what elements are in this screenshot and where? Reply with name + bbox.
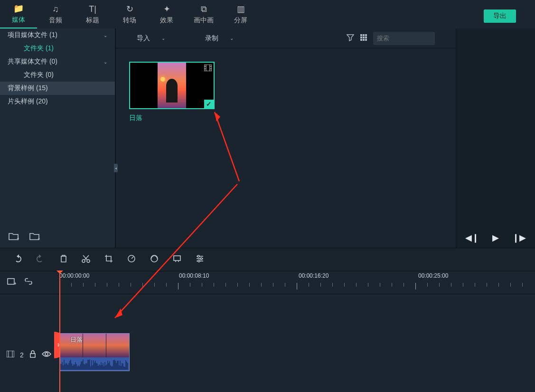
chevron-down-icon: ⌄	[103, 33, 107, 38]
grid-view-icon[interactable]	[360, 34, 367, 43]
svg-rect-13	[204, 65, 212, 71]
undo-button[interactable]	[12, 254, 22, 265]
clip-name: 日落	[129, 114, 215, 122]
svg-rect-9	[363, 39, 365, 41]
add-marker-button[interactable]: +	[7, 278, 16, 288]
svg-rect-5	[360, 37, 362, 38]
import-dropdown[interactable]: 导入 ⌄	[137, 34, 165, 43]
music-icon: ♫	[52, 4, 59, 14]
track-header: 2	[0, 294, 59, 392]
tab-label: 转场	[123, 16, 136, 25]
lock-icon[interactable]	[29, 350, 36, 359]
tab-label: 媒体	[12, 16, 25, 24]
svg-rect-4	[365, 34, 367, 36]
sidebar-item-background-samples[interactable]: 背景样例 (15)	[0, 82, 115, 95]
sidebar-label: 片头样例 (20)	[8, 97, 48, 106]
record-label: 录制	[205, 34, 218, 43]
tab-label: 音频	[49, 16, 62, 25]
split-icon: ▥	[237, 4, 245, 14]
playhead[interactable]	[59, 271, 60, 392]
filter-icon[interactable]	[347, 34, 354, 43]
play-button[interactable]: ▶	[492, 233, 499, 243]
eye-icon[interactable]	[42, 351, 51, 359]
record-dropdown[interactable]: 录制 ⌄	[205, 34, 234, 43]
cut-button[interactable]	[82, 254, 90, 265]
sidebar-item-folder-1[interactable]: 文件夹 (1)	[0, 42, 115, 55]
svg-rect-29	[174, 256, 180, 261]
delete-folder-icon[interactable]: −	[29, 232, 40, 243]
tab-label: 分屏	[234, 16, 247, 25]
clip-video-strip: 日落	[60, 334, 129, 357]
sidebar-label: 背景样例 (15)	[8, 84, 48, 93]
link-button[interactable]	[24, 278, 33, 288]
media-panel: 导入 ⌄ 录制 ⌄	[115, 28, 456, 248]
media-sidebar: 项目媒体文件 (1) ⌄ 文件夹 (1) 共享媒体文件 (0) ⌄ 文件夹 (0…	[0, 28, 115, 248]
tab-pip[interactable]: ⧉ 画中画	[185, 0, 222, 28]
sidebar-label: 项目媒体文件 (1)	[8, 31, 57, 39]
pip-icon: ⧉	[201, 4, 207, 14]
sidebar-item-intro-samples[interactable]: 片头样例 (20)	[0, 95, 115, 108]
svg-text:+: +	[14, 280, 16, 285]
film-icon	[7, 351, 14, 359]
tab-effect[interactable]: ✦ 效果	[148, 0, 185, 28]
media-grid: ✓ 日落	[116, 48, 456, 248]
sidebar-item-shared-media[interactable]: 共享媒体文件 (0) ⌄	[0, 55, 115, 68]
media-toolbar: 导入 ⌄ 录制 ⌄	[116, 28, 456, 48]
next-frame-button[interactable]: ❙▶	[512, 233, 526, 243]
svg-point-36	[200, 258, 202, 260]
new-folder-icon[interactable]: +	[9, 232, 19, 243]
settings-button[interactable]	[196, 254, 204, 265]
sidebar-item-folder-0[interactable]: 文件夹 (0)	[0, 68, 115, 82]
tab-title[interactable]: T| 标题	[74, 0, 111, 28]
media-clip[interactable]: ✓ 日落	[129, 62, 215, 122]
timeline-ruler[interactable]: 00:00:00:0000:00:08:1000:00:16:2000:00:2…	[59, 271, 535, 294]
sidebar-label: 文件夹 (0)	[24, 71, 54, 79]
svg-rect-40	[7, 351, 14, 357]
svg-rect-43	[30, 354, 35, 357]
ruler-time-label: 00:00:00:00	[59, 272, 89, 279]
preview-controls: ◀❙ ▶ ❙▶	[456, 233, 535, 243]
tab-transition[interactable]: ↻ 转场	[111, 0, 148, 28]
text-icon: T|	[89, 4, 96, 14]
film-icon	[204, 65, 212, 73]
svg-point-37	[198, 260, 200, 262]
chevron-down-icon: ⌄	[230, 36, 234, 41]
check-icon: ✓	[204, 100, 214, 108]
timeline-clip[interactable]: ✂ 日落	[59, 333, 130, 371]
track-number: 2	[20, 351, 24, 359]
svg-rect-38	[8, 279, 14, 284]
ruler-time-label: 00:00:25:00	[418, 272, 448, 279]
timeline-ruler-row: + 00:00:00:0000:00:08:1000:00:16:2000:00…	[0, 271, 535, 294]
timeline-tracks[interactable]: ✂ 日落	[59, 294, 535, 392]
top-tab-bar: 📁 媒体 ♫ 音频 T| 标题 ↻ 转场 ✦ 效果 ⧉ 画中画 ▥ 分屏 导出	[0, 0, 535, 28]
svg-text:+: +	[17, 235, 19, 241]
svg-line-27	[131, 257, 133, 259]
redo-button[interactable]	[36, 254, 46, 265]
color-button[interactable]	[150, 254, 159, 265]
svg-rect-10	[365, 39, 367, 41]
thumbnail-image	[158, 63, 186, 108]
green-screen-button[interactable]	[173, 254, 181, 265]
tab-media[interactable]: 📁 媒体	[0, 0, 37, 28]
tab-audio[interactable]: ♫ 音频	[37, 0, 74, 28]
svg-point-35	[197, 255, 199, 257]
timeline-body: 2 ✂ 日落	[0, 294, 535, 392]
speed-button[interactable]	[127, 254, 136, 265]
folder-icon: 📁	[13, 3, 24, 14]
clip-audio-strip	[60, 357, 129, 371]
crop-button[interactable]	[104, 254, 113, 265]
chevron-down-icon: ⌄	[161, 36, 165, 41]
sidebar-item-project-media[interactable]: 项目媒体文件 (1) ⌄	[0, 28, 115, 42]
search-box[interactable]	[373, 32, 435, 45]
tab-label: 标题	[86, 16, 99, 25]
search-input[interactable]	[377, 35, 457, 42]
timeline-clip-title: 日落	[70, 336, 83, 344]
export-button[interactable]: 导出	[484, 9, 516, 23]
clip-thumbnail[interactable]: ✓	[129, 62, 215, 109]
delete-button[interactable]	[60, 254, 67, 265]
ruler-time-label: 00:00:16:20	[299, 272, 329, 279]
svg-rect-8	[360, 39, 362, 41]
timeline-toolbar	[0, 248, 535, 271]
prev-frame-button[interactable]: ◀❙	[465, 233, 479, 243]
tab-split[interactable]: ▥ 分屏	[222, 0, 259, 28]
